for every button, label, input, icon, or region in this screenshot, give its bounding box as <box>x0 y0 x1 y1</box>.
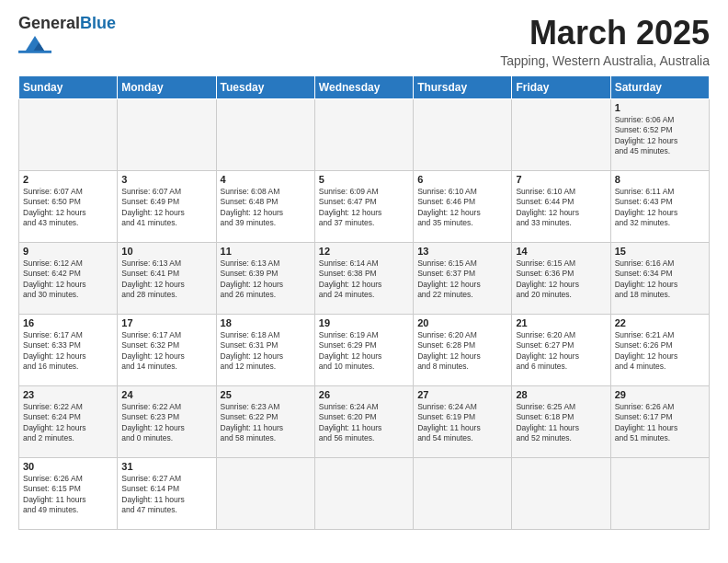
calendar-week-4: 16Sunrise: 6:17 AM Sunset: 6:33 PM Dayli… <box>19 314 710 385</box>
calendar-cell: 23Sunrise: 6:22 AM Sunset: 6:24 PM Dayli… <box>19 385 118 457</box>
day-number: 28 <box>516 389 606 400</box>
calendar-cell: 4Sunrise: 6:08 AM Sunset: 6:48 PM Daylig… <box>216 170 314 242</box>
calendar-week-5: 23Sunrise: 6:22 AM Sunset: 6:24 PM Dayli… <box>19 385 710 457</box>
calendar-cell: 15Sunrise: 6:16 AM Sunset: 6:34 PM Dayli… <box>610 242 709 314</box>
day-number: 7 <box>516 174 606 185</box>
calendar-cell: 2Sunrise: 6:07 AM Sunset: 6:50 PM Daylig… <box>19 170 118 242</box>
calendar-cell <box>512 457 610 529</box>
day-info: Sunrise: 6:08 AM Sunset: 6:48 PM Dayligh… <box>221 187 311 229</box>
calendar-week-1: 1Sunrise: 6:06 AM Sunset: 6:52 PM Daylig… <box>19 98 710 170</box>
subtitle: Tapping, Western Australia, Australia <box>500 53 710 68</box>
calendar-week-6: 30Sunrise: 6:26 AM Sunset: 6:15 PM Dayli… <box>19 457 710 529</box>
calendar-cell: 31Sunrise: 6:27 AM Sunset: 6:14 PM Dayli… <box>118 457 216 529</box>
title-block: March 2025 Tapping, Western Australia, A… <box>500 15 710 68</box>
day-info: Sunrise: 6:20 AM Sunset: 6:27 PM Dayligh… <box>516 330 606 373</box>
weekday-sunday: Sunday <box>19 75 118 98</box>
logo-general: General <box>18 14 80 32</box>
day-number: 8 <box>615 174 705 185</box>
calendar-cell <box>216 98 314 170</box>
logo: GeneralBlue <box>18 15 116 53</box>
day-info: Sunrise: 6:16 AM Sunset: 6:34 PM Dayligh… <box>615 259 705 301</box>
calendar-cell <box>414 98 512 170</box>
calendar-cell: 28Sunrise: 6:25 AM Sunset: 6:18 PM Dayli… <box>512 385 610 457</box>
day-info: Sunrise: 6:24 AM Sunset: 6:20 PM Dayligh… <box>319 402 409 444</box>
calendar-cell: 13Sunrise: 6:15 AM Sunset: 6:37 PM Dayli… <box>414 242 512 314</box>
month-title: March 2025 <box>500 15 710 52</box>
day-number: 22 <box>615 317 705 328</box>
day-number: 13 <box>417 246 507 257</box>
day-info: Sunrise: 6:14 AM Sunset: 6:38 PM Dayligh… <box>319 259 409 301</box>
calendar-cell: 1Sunrise: 6:06 AM Sunset: 6:52 PM Daylig… <box>610 98 709 170</box>
calendar-cell: 24Sunrise: 6:22 AM Sunset: 6:23 PM Dayli… <box>118 385 216 457</box>
day-number: 19 <box>319 317 409 328</box>
calendar-cell <box>314 98 413 170</box>
calendar-cell: 21Sunrise: 6:20 AM Sunset: 6:27 PM Dayli… <box>512 314 610 385</box>
header: GeneralBlue March 2025 Tapping, Western … <box>18 15 710 68</box>
weekday-tuesday: Tuesday <box>216 75 314 98</box>
calendar-cell <box>512 98 610 170</box>
day-info: Sunrise: 6:07 AM Sunset: 6:49 PM Dayligh… <box>121 187 211 229</box>
day-number: 3 <box>121 174 211 185</box>
day-info: Sunrise: 6:27 AM Sunset: 6:14 PM Dayligh… <box>121 474 211 516</box>
day-info: Sunrise: 6:13 AM Sunset: 6:41 PM Dayligh… <box>121 259 211 301</box>
day-info: Sunrise: 6:17 AM Sunset: 6:32 PM Dayligh… <box>121 330 211 373</box>
day-number: 11 <box>221 246 311 257</box>
day-info: Sunrise: 6:12 AM Sunset: 6:42 PM Dayligh… <box>23 259 113 301</box>
day-number: 24 <box>121 389 211 400</box>
logo-text: GeneralBlue <box>18 15 116 31</box>
calendar-cell: 26Sunrise: 6:24 AM Sunset: 6:20 PM Dayli… <box>314 385 413 457</box>
calendar-cell <box>118 98 216 170</box>
day-number: 12 <box>319 246 409 257</box>
day-number: 9 <box>23 246 113 257</box>
day-number: 17 <box>121 317 211 328</box>
day-number: 6 <box>417 174 507 185</box>
day-number: 26 <box>319 389 409 400</box>
day-number: 31 <box>121 461 211 472</box>
day-number: 2 <box>23 174 113 185</box>
day-number: 21 <box>516 317 606 328</box>
calendar-cell: 16Sunrise: 6:17 AM Sunset: 6:33 PM Dayli… <box>19 314 118 385</box>
day-info: Sunrise: 6:26 AM Sunset: 6:15 PM Dayligh… <box>23 474 113 516</box>
day-info: Sunrise: 6:07 AM Sunset: 6:50 PM Dayligh… <box>23 187 113 229</box>
day-number: 16 <box>23 317 113 328</box>
day-info: Sunrise: 6:24 AM Sunset: 6:19 PM Dayligh… <box>417 402 507 444</box>
calendar-cell: 10Sunrise: 6:13 AM Sunset: 6:41 PM Dayli… <box>118 242 216 314</box>
day-info: Sunrise: 6:10 AM Sunset: 6:44 PM Dayligh… <box>516 187 606 229</box>
calendar-cell: 8Sunrise: 6:11 AM Sunset: 6:43 PM Daylig… <box>610 170 709 242</box>
calendar-cell: 5Sunrise: 6:09 AM Sunset: 6:47 PM Daylig… <box>314 170 413 242</box>
day-number: 15 <box>615 246 705 257</box>
calendar-cell: 20Sunrise: 6:20 AM Sunset: 6:28 PM Dayli… <box>414 314 512 385</box>
calendar-cell: 18Sunrise: 6:18 AM Sunset: 6:31 PM Dayli… <box>216 314 314 385</box>
calendar-cell: 3Sunrise: 6:07 AM Sunset: 6:49 PM Daylig… <box>118 170 216 242</box>
day-info: Sunrise: 6:06 AM Sunset: 6:52 PM Dayligh… <box>615 115 705 157</box>
day-number: 18 <box>221 317 311 328</box>
day-info: Sunrise: 6:21 AM Sunset: 6:26 PM Dayligh… <box>615 330 705 373</box>
calendar-cell: 30Sunrise: 6:26 AM Sunset: 6:15 PM Dayli… <box>19 457 118 529</box>
calendar-cell <box>216 457 314 529</box>
calendar-body: 1Sunrise: 6:06 AM Sunset: 6:52 PM Daylig… <box>19 98 710 529</box>
calendar-cell <box>314 457 413 529</box>
day-info: Sunrise: 6:26 AM Sunset: 6:17 PM Dayligh… <box>615 402 705 444</box>
calendar-cell: 14Sunrise: 6:15 AM Sunset: 6:36 PM Dayli… <box>512 242 610 314</box>
day-info: Sunrise: 6:22 AM Sunset: 6:23 PM Dayligh… <box>121 402 211 444</box>
svg-rect-2 <box>18 51 51 53</box>
calendar-cell: 27Sunrise: 6:24 AM Sunset: 6:19 PM Dayli… <box>414 385 512 457</box>
calendar-header: Sunday Monday Tuesday Wednesday Thursday… <box>19 75 710 98</box>
logo-blue: Blue <box>80 14 116 32</box>
day-info: Sunrise: 6:20 AM Sunset: 6:28 PM Dayligh… <box>417 330 507 373</box>
day-number: 5 <box>319 174 409 185</box>
weekday-thursday: Thursday <box>414 75 512 98</box>
calendar-cell: 22Sunrise: 6:21 AM Sunset: 6:26 PM Dayli… <box>610 314 709 385</box>
day-number: 23 <box>23 389 113 400</box>
day-info: Sunrise: 6:15 AM Sunset: 6:37 PM Dayligh… <box>417 259 507 301</box>
day-info: Sunrise: 6:23 AM Sunset: 6:22 PM Dayligh… <box>221 402 311 444</box>
day-number: 20 <box>417 317 507 328</box>
day-info: Sunrise: 6:10 AM Sunset: 6:46 PM Dayligh… <box>417 187 507 229</box>
calendar-cell: 12Sunrise: 6:14 AM Sunset: 6:38 PM Dayli… <box>314 242 413 314</box>
calendar-cell: 6Sunrise: 6:10 AM Sunset: 6:46 PM Daylig… <box>414 170 512 242</box>
weekday-row: Sunday Monday Tuesday Wednesday Thursday… <box>19 75 710 98</box>
calendar-cell: 17Sunrise: 6:17 AM Sunset: 6:32 PM Dayli… <box>118 314 216 385</box>
calendar-cell <box>414 457 512 529</box>
day-number: 1 <box>615 102 705 113</box>
calendar-week-2: 2Sunrise: 6:07 AM Sunset: 6:50 PM Daylig… <box>19 170 710 242</box>
